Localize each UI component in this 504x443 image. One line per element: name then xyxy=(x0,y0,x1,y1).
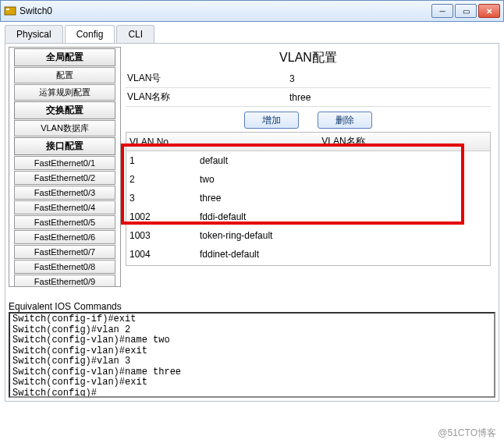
sidebar-item-algorithm[interactable]: 运算规则配置 xyxy=(14,84,115,101)
ios-commands-output[interactable]: Switch(config-if)#exit Switch(config)#vl… xyxy=(9,312,495,398)
table-row[interactable]: 1default xyxy=(126,151,490,171)
sidebar-item-fe05[interactable]: FastEthernet0/5 xyxy=(14,215,115,229)
tab-cli[interactable]: CLI xyxy=(116,25,154,43)
table-row[interactable]: 1003token-ring-default xyxy=(126,226,490,245)
sidebar-group-switch[interactable]: 交换配置 xyxy=(14,101,115,119)
add-button[interactable]: 增加 xyxy=(244,112,299,129)
maximize-button[interactable]: ▭ xyxy=(455,4,477,18)
vlan-name-label: VLAN名称 xyxy=(126,90,289,104)
sidebar-item-fe02[interactable]: FastEthernet0/2 xyxy=(14,171,115,185)
minimize-button[interactable]: ─ xyxy=(431,4,453,18)
sidebar-item-fe03[interactable]: FastEthernet0/3 xyxy=(14,186,115,200)
sidebar-item-fe07[interactable]: FastEthernet0/7 xyxy=(14,245,115,259)
sidebar-item-fe08[interactable]: FastEthernet0/8 xyxy=(14,260,115,274)
window-title: Switch0 xyxy=(20,5,431,16)
app-icon xyxy=(4,5,16,17)
sidebar-item-config[interactable]: 配置 xyxy=(14,67,115,83)
tab-config[interactable]: Config xyxy=(65,25,115,43)
ios-label: Equivalent IOS Commands xyxy=(9,301,495,312)
sidebar-item-fe06[interactable]: FastEthernet0/6 xyxy=(14,230,115,244)
col-vlan-no: VLAN No xyxy=(126,133,197,151)
page-title: VLAN配置 xyxy=(126,50,491,66)
svg-rect-0 xyxy=(5,7,16,15)
table-row[interactable]: 3three xyxy=(126,189,490,207)
sidebar-item-vlan-db[interactable]: VLAN数据库 xyxy=(14,120,115,136)
table-row[interactable]: 1004fddinet-default xyxy=(126,245,490,264)
table-row[interactable]: 1002fddi-default xyxy=(126,207,490,226)
table-row[interactable]: 2two xyxy=(126,170,490,189)
sidebar-item-fe01[interactable]: FastEthernet0/1 xyxy=(14,156,115,170)
vlan-no-label: VLAN号 xyxy=(126,72,289,85)
delete-button[interactable]: 删除 xyxy=(318,112,372,129)
vlan-table[interactable]: VLAN No VLAN名称 1default2two3three1002fdd… xyxy=(126,132,491,266)
svg-rect-1 xyxy=(6,9,9,10)
tab-physical[interactable]: Physical xyxy=(5,25,63,43)
sidebar[interactable]: 全局配置 配置 运算规则配置 交换配置 VLAN数据库 接口配置 FastEth… xyxy=(9,47,121,287)
watermark: @51CTO博客 xyxy=(438,427,496,440)
sidebar-item-fe04[interactable]: FastEthernet0/4 xyxy=(14,200,115,214)
tab-bar: Physical Config CLI xyxy=(5,25,499,43)
sidebar-item-fe09[interactable]: FastEthernet0/9 xyxy=(14,275,115,287)
title-bar: Switch0 ─ ▭ ✕ xyxy=(0,0,504,22)
col-vlan-name: VLAN名称 xyxy=(197,133,490,151)
table-row[interactable]: 1005trnet-default xyxy=(126,264,490,266)
vlan-name-input[interactable]: three xyxy=(289,92,491,103)
vlan-no-input[interactable]: 3 xyxy=(289,73,491,84)
sidebar-group-interface[interactable]: 接口配置 xyxy=(14,137,115,155)
content-pane: VLAN配置 VLAN号 3 VLAN名称 three 增加 删除 VLAN N… xyxy=(121,47,495,287)
close-button[interactable]: ✕ xyxy=(478,4,500,18)
sidebar-group-global[interactable]: 全局配置 xyxy=(14,48,115,66)
